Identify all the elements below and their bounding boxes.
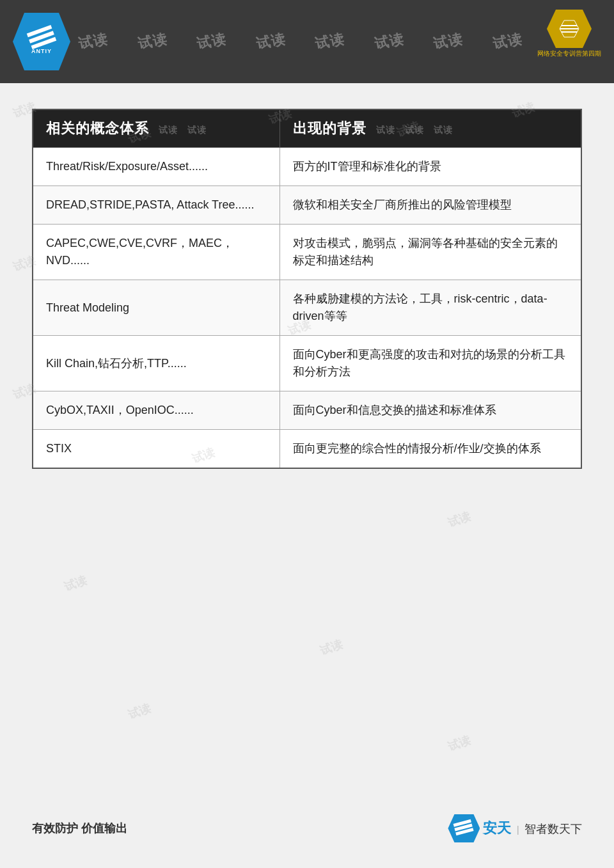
table-row: Kill Chain,钻石分析,TTP......面向Cyber和更高强度的攻击…	[33, 336, 581, 391]
table-cell-left-3: Threat Modeling	[33, 280, 279, 336]
th-wm-1: 试读	[159, 125, 178, 135]
header-wm-6: 试读	[373, 29, 406, 54]
header-wm-2: 试读	[136, 29, 169, 54]
concept-table: 相关的概念体系 试读 试读 出现的背景 试读 试读 试读 Threat/Risk…	[32, 109, 582, 469]
footer-slogan: 有效防护 价值输出	[32, 821, 127, 836]
th-wm-5: 试读	[434, 125, 453, 135]
logo-label: ANTIY	[31, 48, 52, 54]
watermark-11: 试读	[62, 572, 89, 595]
header-right-hex	[547, 10, 592, 48]
header-wm-3: 试读	[195, 29, 228, 54]
footer-logo-hex	[448, 814, 480, 842]
table-row: CAPEC,CWE,CVE,CVRF，MAEC，NVD......对攻击模式，脆…	[33, 225, 581, 280]
table-row: CybOX,TAXII，OpenIOC......面向Cyber和信息交换的描述…	[33, 391, 581, 430]
table-cell-left-4: Kill Chain,钻石分析,TTP......	[33, 336, 279, 391]
table-row: DREAD,STRIDE,PASTA, Attack Tree......微软和…	[33, 186, 581, 225]
header-wm-7: 试读	[432, 29, 465, 54]
header: ANTIY 试读 试读 试读 试读 试读 试读 试读 试读 网络安全专训营第四期	[0, 0, 614, 83]
col2-header-text: 出现的背景	[293, 120, 366, 136]
logo: ANTIY	[13, 13, 70, 70]
table-cell-left-5: CybOX,TAXII，OpenIOC......	[33, 391, 279, 430]
table-cell-right-4: 面向Cyber和更高强度的攻击和对抗的场景的分析工具和分析方法	[279, 336, 581, 391]
watermark-13: 试读	[126, 700, 153, 723]
table-row: STIX面向更完整的综合性的情报分析/作业/交换的体系	[33, 430, 581, 469]
table-cell-right-3: 各种威胁建模的方法论，工具，risk-centric，data-driven等等	[279, 280, 581, 336]
th-wm-2: 试读	[187, 125, 207, 135]
table-cell-right-2: 对攻击模式，脆弱点，漏洞等各种基础的安全元素的标定和描述结构	[279, 225, 581, 280]
main-content: 相关的概念体系 试读 试读 出现的背景 试读 试读 试读 Threat/Risk…	[0, 83, 614, 488]
table-cell-right-0: 西方的IT管理和标准化的背景	[279, 148, 581, 186]
header-right-logo-area: 网络安全专训营第四期	[537, 10, 601, 58]
watermark-14: 试读	[446, 732, 473, 755]
header-watermarks: 试读 试读 试读 试读 试读 试读 试读 试读	[64, 0, 537, 83]
table-row: Threat Modeling各种威胁建模的方法论，工具，risk-centri…	[33, 280, 581, 336]
th-wm-3: 试读	[376, 125, 395, 135]
footer-brand-text-container: 安天 | 智者数天下	[483, 819, 582, 838]
logo-stripes	[27, 25, 56, 49]
header-right-caption: 网络安全专训营第四期	[537, 49, 601, 58]
footer-brand-name: 安天	[483, 820, 511, 836]
table-cell-right-5: 面向Cyber和信息交换的描述和标准体系	[279, 391, 581, 430]
header-wm-8: 试读	[491, 29, 524, 54]
table-cell-left-6: STIX	[33, 430, 279, 469]
watermark-12: 试读	[318, 636, 345, 659]
table-cell-right-6: 面向更完整的综合性的情报分析/作业/交换的体系	[279, 430, 581, 469]
table-cell-left-2: CAPEC,CWE,CVE,CVRF，MAEC，NVD......	[33, 225, 279, 280]
footer-brand-subtitle: 智者数天下	[524, 823, 582, 835]
table-cell-right-1: 微软和相关安全厂商所推出的风险管理模型	[279, 186, 581, 225]
th-wm-4: 试读	[405, 125, 424, 135]
col-header-left: 相关的概念体系 试读 试读	[33, 109, 279, 148]
col-header-right: 出现的背景 试读 试读 试读	[279, 109, 581, 148]
footer-brand-area: 安天 | 智者数天下	[448, 814, 582, 842]
header-wm-5: 试读	[313, 29, 347, 54]
table-row: Threat/Risk/Exposure/Asset......西方的IT管理和…	[33, 148, 581, 186]
header-wm-1: 试读	[77, 29, 110, 54]
table-cell-left-0: Threat/Risk/Exposure/Asset......	[33, 148, 279, 186]
footer-logo-inner	[453, 819, 475, 837]
table-cell-left-1: DREAD,STRIDE,PASTA, Attack Tree......	[33, 186, 279, 225]
footer: 有效防护 价值输出 安天 | 智者数天下	[0, 814, 614, 842]
col1-header-text: 相关的概念体系	[46, 120, 149, 136]
watermark-10: 试读	[446, 509, 473, 531]
header-wm-4: 试读	[255, 29, 288, 54]
footer-divider: |	[517, 825, 519, 835]
